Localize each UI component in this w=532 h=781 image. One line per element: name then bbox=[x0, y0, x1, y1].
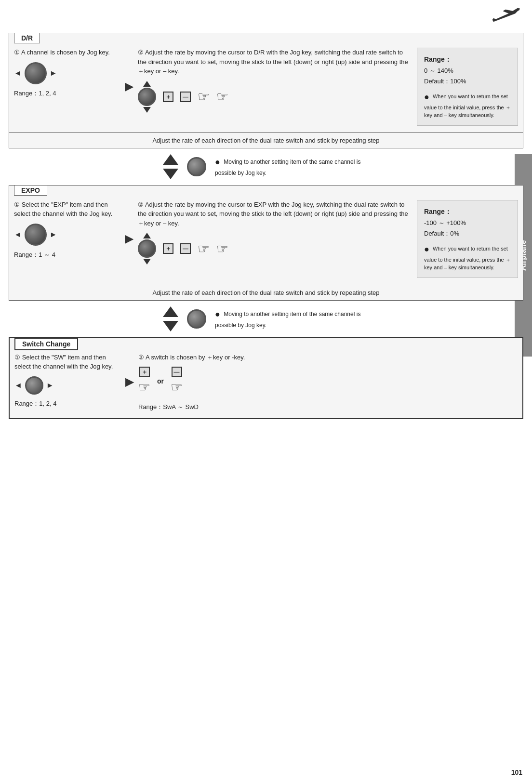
switch-step1-range: Range：1, 2, 4 bbox=[14, 399, 120, 408]
dr-step1-text: ① A channel is chosen by Jog key. bbox=[14, 48, 120, 57]
nav-down-arrow-2 bbox=[163, 321, 178, 331]
expo-step1-range: Range：1 ～ 4 bbox=[14, 251, 120, 259]
expo-jog-container: ◄ ► bbox=[14, 224, 120, 246]
expo-section: EXPO ① Select the "EXP" item and then se… bbox=[9, 185, 523, 301]
switch-step2: ② A switch is chosen by ＋key or -key. ＋ … bbox=[138, 353, 518, 412]
jog-between-dr-expo bbox=[187, 157, 206, 176]
expo-range-box: Range： -100 ～ +100% Default：0% ● When yo… bbox=[417, 200, 518, 278]
dr-range-box-content: Range： 0 ～ 140% Default：100% ● When you … bbox=[424, 54, 511, 119]
hand-minus-sw: ☞ bbox=[171, 379, 183, 395]
svg-marker-0 bbox=[492, 8, 520, 22]
jog-wheel-dr-step2 bbox=[138, 88, 156, 106]
plus-key-sw: ＋ bbox=[139, 367, 150, 377]
expo-section-footer: Adjust the rate of each direction of the… bbox=[9, 285, 523, 300]
dr-forward-arrow: ▶ bbox=[125, 48, 133, 126]
expo-step2-icons: ＋ — ☞ ☞ bbox=[138, 233, 412, 265]
expo-switch-transition: ● Moving to another setting item of the … bbox=[9, 301, 523, 337]
switch-step1-text: ① Select the "SW" item and then select t… bbox=[14, 353, 120, 371]
dr-step2: ② Adjust the rate by moving the cursor t… bbox=[138, 48, 412, 126]
jog-between-expo-switch bbox=[187, 309, 206, 329]
switch-jog-left: ◄ bbox=[14, 381, 22, 390]
switch-forward-arrow: ▶ bbox=[125, 353, 133, 412]
dr-step2-text: ② Adjust the rate by moving the cursor t… bbox=[138, 48, 412, 76]
dr-range-bullet: ● When you want to return the set value … bbox=[424, 91, 511, 119]
expo-range-box-content: Range： -100 ～ +100% Default：0% ● When yo… bbox=[424, 206, 511, 272]
hand-minus-dr: ☞ bbox=[216, 89, 228, 105]
dr-jog-container: ◄ ► bbox=[14, 62, 120, 84]
switch-section-title: Switch Change bbox=[14, 338, 78, 350]
plus-key-expo: ＋ bbox=[163, 243, 173, 254]
nav-up-arrow bbox=[163, 154, 178, 165]
jog-left-arrow: ◄ bbox=[14, 69, 22, 78]
dr-section: D/R ① A channel is chosen by Jog key. ◄ … bbox=[9, 33, 523, 148]
dr-expo-transition-text: ● Moving to another setting item of the … bbox=[215, 156, 369, 177]
dr-range-box: Range： 0 ～ 140% Default：100% ● When you … bbox=[417, 48, 518, 126]
switch-section: Switch Change ① Select the "SW" item and… bbox=[9, 337, 523, 420]
minus-key-expo: — bbox=[180, 243, 191, 254]
nav-up-arrow-2 bbox=[163, 306, 178, 317]
expo-section-content: ① Select the "EXP" item and then select … bbox=[9, 185, 523, 285]
expo-switch-transition-text: ● Moving to another setting item of the … bbox=[215, 308, 369, 330]
expo-range-bullet: ● When you want to return the set value … bbox=[424, 243, 511, 272]
airplane-icon bbox=[489, 5, 522, 31]
expo-step1: ① Select the "EXP" item and then select … bbox=[14, 200, 120, 278]
switch-step2-range: Range：SwA ～ SwD bbox=[138, 403, 518, 411]
expo-step2: ② Adjust the rate by moving the cursor t… bbox=[138, 200, 412, 278]
expo-step2-text: ② Adjust the rate by moving the cursor t… bbox=[138, 200, 412, 228]
dr-expo-transition: ● Moving to another setting item of the … bbox=[9, 148, 523, 185]
hand-plus-sw: ☞ bbox=[138, 379, 150, 395]
page-container: Airplane D/R ① A channel is chosen by Jo… bbox=[0, 0, 532, 781]
jog-wheel-dr[interactable] bbox=[25, 62, 47, 84]
or-text-sw: or bbox=[157, 377, 164, 385]
switch-step1: ① Select the "SW" item and then select t… bbox=[14, 353, 120, 412]
jog-wheel-switch[interactable] bbox=[25, 376, 43, 395]
dr-step2-icons: ＋ — ☞ ☞ bbox=[138, 81, 412, 113]
hand-plus-dr: ☞ bbox=[198, 89, 210, 105]
hand-plus-expo: ☞ bbox=[198, 241, 210, 257]
minus-key-dr: — bbox=[180, 92, 191, 102]
dr-section-content: ① A channel is chosen by Jog key. ◄ ► Ra… bbox=[9, 33, 523, 132]
dr-section-title: D/R bbox=[14, 33, 40, 43]
expo-jog-right: ► bbox=[50, 230, 57, 239]
switch-jog-container: ◄ ► bbox=[14, 376, 120, 395]
expo-section-title: EXPO bbox=[14, 185, 47, 196]
nav-down-arrow bbox=[163, 169, 178, 179]
dr-step1: ① A channel is chosen by Jog key. ◄ ► Ra… bbox=[14, 48, 120, 126]
dr-section-footer: Adjust the rate of each direction of the… bbox=[9, 132, 523, 148]
page-number: 101 bbox=[511, 768, 522, 776]
dr-step1-range: Range：1, 2, 4 bbox=[14, 89, 120, 98]
jog-right-arrow: ► bbox=[50, 69, 57, 78]
expo-forward-arrow: ▶ bbox=[125, 200, 133, 278]
plus-key-dr: ＋ bbox=[163, 92, 173, 102]
jog-wheel-expo-step2 bbox=[138, 239, 156, 258]
switch-section-content: ① Select the "SW" item and then select t… bbox=[10, 338, 522, 419]
jog-wheel-expo[interactable] bbox=[25, 224, 47, 246]
switch-step2-icons: ＋ ☞ or — ☞ bbox=[138, 367, 518, 395]
expo-step1-text: ① Select the "EXP" item and then select … bbox=[14, 200, 120, 219]
switch-jog-right: ► bbox=[46, 381, 54, 390]
hand-minus-expo: ☞ bbox=[216, 241, 228, 257]
expo-jog-left: ◄ bbox=[14, 230, 22, 239]
minus-key-sw: — bbox=[172, 367, 182, 377]
switch-step2-text: ② A switch is chosen by ＋key or -key. bbox=[138, 353, 518, 362]
